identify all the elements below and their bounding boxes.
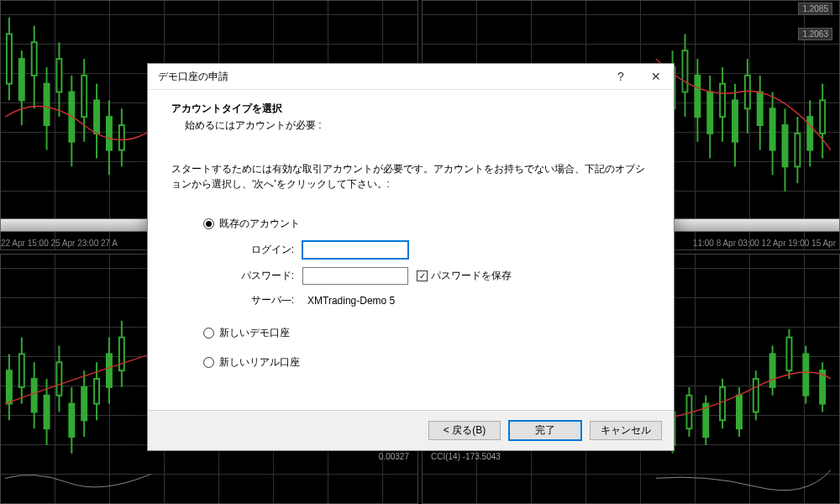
radio-icon (203, 218, 214, 229)
svg-rect-35 (758, 92, 763, 125)
svg-rect-3 (19, 59, 24, 100)
svg-rect-45 (820, 100, 825, 133)
dialog-body: アカウントタイプを選択 始めるにはアカウントが必要 : スタートするためには有効… (148, 90, 674, 410)
svg-rect-77 (753, 379, 759, 412)
radio-label-new-real: 新しいリアル口座 (219, 355, 300, 370)
svg-rect-29 (720, 84, 725, 117)
svg-rect-47 (7, 370, 12, 403)
svg-rect-27 (707, 92, 712, 134)
svg-rect-75 (737, 396, 742, 428)
account-options: 既存のアカウント ログイン: パスワード: ✓ パスワードを保存 サーバ (203, 217, 650, 370)
existing-account-form: ログイン: パスワード: ✓ パスワードを保存 サーバ―: XMTrading-… (230, 241, 650, 307)
svg-rect-37 (770, 108, 775, 150)
svg-rect-81 (787, 338, 792, 370)
finish-button[interactable]: 完了 (509, 421, 581, 440)
svg-rect-1 (7, 34, 12, 83)
svg-rect-39 (783, 125, 788, 166)
svg-rect-23 (683, 50, 688, 92)
svg-rect-63 (107, 354, 112, 386)
dialog-button-bar: < 戻る(B) 完了 キャンセル (148, 410, 674, 450)
account-type-heading: アカウントタイプを選択 (171, 102, 650, 116)
password-input[interactable] (302, 267, 408, 285)
indicator-value-left: 0.00327 (375, 450, 412, 463)
radio-icon (203, 328, 214, 339)
svg-rect-5 (32, 42, 37, 75)
save-password-checkbox[interactable]: ✓ パスワードを保存 (417, 269, 512, 283)
svg-rect-79 (770, 354, 775, 386)
radio-new-real[interactable]: 新しいリアル口座 (203, 355, 650, 370)
svg-rect-53 (45, 396, 50, 428)
svg-rect-73 (720, 387, 725, 420)
svg-rect-65 (119, 338, 124, 370)
svg-rect-31 (732, 100, 738, 141)
login-label: ログイン: (230, 243, 294, 257)
time-axis-left: 22 Apr 15:00 25 Apr 23:00 27 A (1, 239, 118, 248)
help-icon: ? (617, 70, 624, 83)
svg-rect-49 (19, 354, 24, 386)
svg-rect-43 (807, 117, 812, 150)
indicator-value-right: CCI(14) -173.5043 (428, 450, 504, 463)
dialog-title: デモ口座の申請 (158, 70, 603, 84)
radio-label-new-demo: 新しいデモ口座 (219, 326, 290, 340)
instruction-text: スタートするためには有効な取引アカウントが必要です。アカウントをお持ちでない場合… (171, 161, 650, 192)
password-label: パスワード: (230, 269, 294, 283)
price-label-1: 1.2085 (798, 3, 832, 15)
svg-rect-61 (94, 379, 99, 404)
svg-rect-15 (94, 100, 99, 133)
demo-account-dialog: デモ口座の申請 ? ✕ アカウントタイプを選択 始めるにはアカウントが必要 : … (147, 63, 675, 451)
login-input[interactable] (302, 241, 408, 259)
close-button[interactable]: ✕ (638, 64, 674, 90)
svg-rect-33 (745, 76, 750, 108)
svg-rect-25 (695, 76, 700, 117)
server-label: サーバ―: (230, 293, 294, 307)
price-label-2: 1.2063 (798, 28, 832, 40)
radio-icon (203, 357, 214, 368)
checkbox-icon: ✓ (417, 270, 428, 281)
close-icon: ✕ (651, 70, 661, 83)
svg-rect-7 (45, 84, 50, 125)
svg-rect-17 (107, 117, 112, 150)
svg-rect-59 (81, 387, 87, 420)
account-type-subheading: 始めるにはアカウントが必要 : (185, 118, 650, 133)
back-button[interactable]: < 戻る(B) (428, 421, 501, 440)
dialog-titlebar[interactable]: デモ口座の申請 ? ✕ (148, 64, 674, 90)
svg-rect-55 (56, 362, 61, 395)
svg-rect-83 (803, 354, 808, 395)
radio-label-existing: 既存のアカウント (219, 217, 300, 231)
svg-rect-57 (69, 404, 74, 437)
svg-rect-13 (81, 76, 87, 117)
svg-rect-51 (32, 379, 37, 412)
cancel-button[interactable]: キャンセル (590, 421, 662, 440)
radio-new-demo[interactable]: 新しいデモ口座 (203, 326, 650, 340)
svg-rect-9 (56, 59, 61, 92)
save-password-label: パスワードを保存 (431, 269, 512, 283)
server-value: XMTrading-Demo 5 (307, 295, 395, 307)
time-axis-right: 11:00 8 Apr 03:00 12 Apr 19:00 15 Apr (693, 239, 836, 248)
help-button[interactable]: ? (603, 64, 638, 90)
svg-rect-19 (119, 125, 124, 150)
svg-rect-41 (795, 134, 800, 166)
radio-existing-account[interactable]: 既存のアカウント (203, 217, 650, 231)
